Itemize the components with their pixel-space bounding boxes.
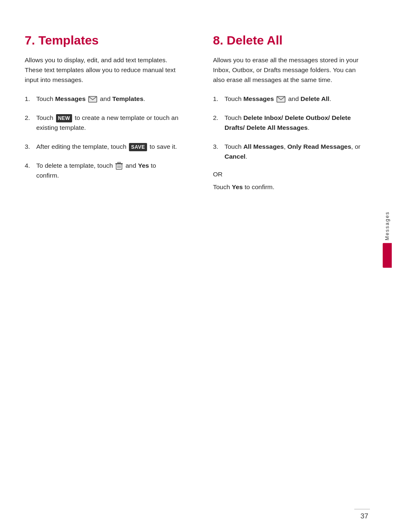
step-text: After editing the template, touch SAVE t…	[36, 142, 180, 152]
left-column: 7. Templates Allows you to display, edit…	[25, 33, 188, 507]
step-8-3: 3. Touch All Messages, Only Read Message…	[213, 142, 368, 162]
step-number: 1.	[213, 94, 225, 104]
bottom-rule	[354, 509, 370, 510]
save-badge: SAVE	[129, 143, 147, 152]
bold-delete-all: Delete All	[301, 95, 330, 102]
section-8-title: 8. Delete All	[213, 33, 368, 48]
step-number: 3.	[213, 142, 225, 162]
step-7-4: 4. To delete a template, touch	[25, 161, 180, 180]
bold-yes: Yes	[138, 162, 149, 169]
step-text: To delete a template, touch	[36, 161, 180, 180]
step-text: Touch Delete Inbox/ Delete Outbox/ Delet…	[225, 113, 368, 133]
bold-only-read: Only Read Messages	[288, 143, 351, 150]
section-7-steps: 1. Touch Messages and Templates. 2.	[25, 94, 180, 180]
messages-icon	[88, 96, 97, 103]
page-content: 7. Templates Allows you to display, edit…	[0, 0, 393, 532]
new-badge: NEW	[56, 114, 73, 123]
section-8-steps: 1. Touch Messages and Delete All. 2.	[213, 94, 368, 162]
bold-all-messages: All Messages	[243, 143, 284, 150]
step-7-1: 1. Touch Messages and Templates.	[25, 94, 180, 104]
section-7-title: 7. Templates	[25, 33, 180, 48]
right-column: 8. Delete All Allows you to erase all th…	[205, 33, 368, 507]
svg-rect-3	[118, 162, 120, 163]
side-tab-bar	[383, 243, 392, 267]
bold-yes-confirm: Yes	[232, 183, 243, 190]
step-text: Touch All Messages, Only Read Messages, …	[225, 142, 368, 162]
section-8-description: Allows you to erase all the messages sto…	[213, 55, 368, 85]
step-number: 3.	[25, 142, 36, 152]
step-8-1: 1. Touch Messages and Delete All.	[213, 94, 368, 104]
section-7-description: Allows you to display, edit, and add tex…	[25, 55, 180, 85]
step-number: 1.	[25, 94, 36, 104]
step-7-3: 3. After editing the template, touch SAV…	[25, 142, 180, 152]
page-number: 37	[360, 512, 368, 520]
step-number: 2.	[213, 113, 225, 133]
side-tab: Messages	[381, 211, 393, 268]
messages-icon-2	[276, 96, 285, 103]
bold-cancel: Cancel	[225, 153, 246, 160]
step-8-2: 2. Touch Delete Inbox/ Delete Outbox/ De…	[213, 113, 368, 133]
bold-messages-2: Messages	[243, 95, 274, 102]
side-tab-label: Messages	[384, 211, 390, 241]
step-7-2: 2. Touch NEW to create a new template or…	[25, 113, 180, 133]
bold-templates: Templates	[112, 95, 144, 102]
or-text: OR	[213, 171, 368, 178]
trash-icon	[115, 162, 123, 170]
touch-yes-suffix: to confirm.	[243, 183, 274, 190]
step-text: Touch NEW to create a new template or to…	[36, 113, 180, 133]
step-number: 2.	[25, 113, 36, 133]
touch-yes-text: Touch Yes to confirm.	[213, 182, 368, 192]
bold-delete-options: Delete Inbox/ Delete Outbox/ Delete Draf…	[225, 114, 351, 131]
step-text: Touch Messages and Delete All.	[225, 94, 368, 104]
step-text: Touch Messages and Templates.	[36, 94, 180, 104]
step-number: 4.	[25, 161, 36, 180]
bold-messages: Messages	[55, 95, 86, 102]
